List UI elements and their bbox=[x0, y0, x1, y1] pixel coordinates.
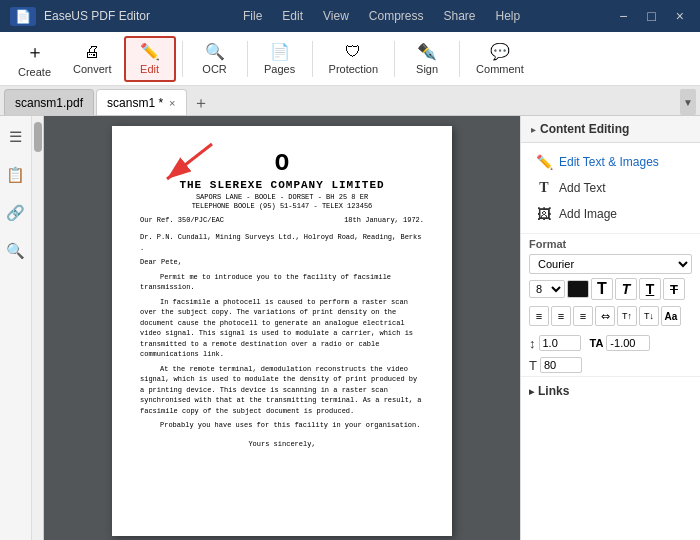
pdf-company-name: THE SLEREXE COMPANY LIMITED bbox=[140, 179, 424, 191]
font-size-row: T bbox=[521, 354, 700, 376]
protection-icon: 🛡 bbox=[345, 43, 361, 61]
close-button[interactable]: × bbox=[670, 6, 690, 26]
menu-help[interactable]: Help bbox=[496, 9, 521, 23]
app-title: EaseUS PDF Editor bbox=[44, 9, 150, 23]
menu-edit[interactable]: Edit bbox=[282, 9, 303, 23]
minimize-button[interactable]: − bbox=[613, 6, 633, 26]
pages-icon: 📄 bbox=[270, 42, 290, 61]
tab-close-button[interactable]: × bbox=[169, 97, 175, 109]
align-right-button[interactable]: ≡ bbox=[573, 306, 593, 326]
maximize-button[interactable]: □ bbox=[641, 6, 661, 26]
separator-1 bbox=[182, 41, 183, 77]
comment-icon: 💬 bbox=[490, 42, 510, 61]
title-bar: 📄 EaseUS PDF Editor File Edit View Compr… bbox=[0, 0, 700, 32]
links-label: Links bbox=[538, 384, 569, 398]
font-size-input[interactable] bbox=[540, 357, 582, 373]
font-size-select[interactable]: 8 bbox=[529, 280, 565, 298]
logo-icon: 📄 bbox=[15, 9, 31, 24]
sidebar-search-icon[interactable]: 🔍 bbox=[3, 238, 29, 264]
links-chevron-icon: ▸ bbox=[529, 386, 534, 397]
pdf-ref-line: Our Ref. 350/PJC/EAC 18th January, 1972. bbox=[140, 216, 424, 224]
sign-button[interactable]: ✒️ Sign bbox=[401, 36, 453, 82]
left-sidebar: ☰ 📋 🔗 🔍 bbox=[0, 116, 32, 540]
edit-label: Edit bbox=[140, 63, 159, 75]
align-justify-button[interactable]: ⇔ bbox=[595, 306, 615, 326]
font-color-swatch[interactable] bbox=[567, 280, 589, 298]
italic-button[interactable]: T bbox=[615, 278, 637, 300]
scroll-thumb bbox=[34, 122, 42, 152]
ocr-label: OCR bbox=[202, 63, 226, 75]
pdf-para4: Probably you have uses for this facility… bbox=[140, 420, 424, 431]
menu-view[interactable]: View bbox=[323, 9, 349, 23]
menu-file[interactable]: File bbox=[243, 9, 262, 23]
right-panel-header: ▸ Content Editing bbox=[521, 116, 700, 143]
pdf-address: SAPORS LANE - BOOLE - DORSET - BH 25 8 E… bbox=[140, 193, 424, 201]
pdf-closing: Yours sincerely, bbox=[140, 439, 424, 450]
format-label: Format bbox=[521, 234, 700, 252]
convert-icon: 🖨 bbox=[84, 43, 100, 61]
protection-button[interactable]: 🛡 Protection bbox=[319, 36, 389, 82]
convert-button[interactable]: 🖨 Convert bbox=[63, 36, 122, 82]
pages-button[interactable]: 📄 Pages bbox=[254, 36, 306, 82]
panel-items-section: ✏️ Edit Text & Images T Add Text 🖼 Add I… bbox=[521, 143, 700, 233]
add-image-item[interactable]: 🖼 Add Image bbox=[529, 201, 692, 227]
add-text-icon: T bbox=[535, 180, 553, 196]
line-spacing-input[interactable] bbox=[539, 335, 581, 351]
tab-bar: scansm1.pdf scansm1 * × ＋ ▼ bbox=[0, 86, 700, 116]
pdf-letter-o: O bbox=[140, 150, 424, 177]
pdf-para3: At the remote terminal, demodulation rec… bbox=[140, 364, 424, 417]
sidebar-link-icon[interactable]: 🔗 bbox=[3, 200, 29, 226]
underline-button[interactable]: T bbox=[639, 278, 661, 300]
window-controls: − □ × bbox=[613, 6, 690, 26]
pdf-ref-right: 18th January, 1972. bbox=[344, 216, 424, 224]
font-name-select[interactable]: Courier bbox=[529, 254, 692, 274]
add-text-label: Add Text bbox=[559, 181, 605, 195]
sign-icon: ✒️ bbox=[417, 42, 437, 61]
add-image-icon: 🖼 bbox=[535, 206, 553, 222]
caps-button[interactable]: Aa bbox=[661, 306, 681, 326]
add-image-label: Add Image bbox=[559, 207, 617, 221]
align-left-button[interactable]: ≡ bbox=[529, 306, 549, 326]
superscript-button[interactable]: T↑ bbox=[617, 306, 637, 326]
edit-button[interactable]: ✏️ Edit bbox=[124, 36, 176, 82]
ocr-button[interactable]: 🔍 OCR bbox=[189, 36, 241, 82]
align-row: ≡ ≡ ≡ ⇔ T↑ T↓ Aa bbox=[521, 304, 700, 328]
sidebar-thumbnail-icon[interactable]: ☰ bbox=[3, 124, 29, 150]
menu-share[interactable]: Share bbox=[444, 9, 476, 23]
bold-button[interactable]: T bbox=[591, 278, 613, 300]
pdf-para2: In facsimile a photocell is caused to pe… bbox=[140, 297, 424, 360]
title-bar-left: 📄 EaseUS PDF Editor bbox=[10, 7, 150, 26]
menu-compress[interactable]: Compress bbox=[369, 9, 424, 23]
menu-bar: File Edit View Compress Share Help bbox=[243, 9, 520, 23]
right-panel: ▸ Content Editing ✏️ Edit Text & Images … bbox=[520, 116, 700, 540]
links-header[interactable]: ▸ Links bbox=[529, 381, 692, 401]
pdf-area: O THE SLEREXE COMPANY LIMITED SAPORS LAN… bbox=[44, 116, 520, 540]
align-center-button[interactable]: ≡ bbox=[551, 306, 571, 326]
tab-scroll-button[interactable]: ▼ bbox=[680, 89, 696, 115]
line-spacing-icon: ↕ bbox=[529, 336, 536, 351]
create-button[interactable]: ＋ Create bbox=[8, 36, 61, 82]
pdf-body: Dr. P.N. Cundall, Mining Surveys Ltd., H… bbox=[140, 232, 424, 449]
edit-text-images-icon: ✏️ bbox=[535, 154, 553, 170]
sidebar-bookmark-icon[interactable]: 📋 bbox=[3, 162, 29, 188]
tab-scansm1[interactable]: scansm1.pdf bbox=[4, 89, 94, 115]
pdf-dear: Dear Pete, bbox=[140, 257, 424, 268]
separator-5 bbox=[459, 41, 460, 77]
tab-label-1: scansm1.pdf bbox=[15, 96, 83, 110]
tab-scroll-icon: ▼ bbox=[683, 97, 693, 108]
comment-button[interactable]: 💬 Comment bbox=[466, 36, 534, 82]
font-style-row: 8 T T T T bbox=[521, 276, 700, 302]
ta-input[interactable] bbox=[606, 335, 650, 351]
separator-4 bbox=[394, 41, 395, 77]
vertical-scrollbar[interactable] bbox=[32, 116, 44, 540]
separator-2 bbox=[247, 41, 248, 77]
edit-text-images-item[interactable]: ✏️ Edit Text & Images bbox=[529, 149, 692, 175]
strikethrough-button[interactable]: T bbox=[663, 278, 685, 300]
tab-scansm1-active[interactable]: scansm1 * × bbox=[96, 89, 186, 115]
format-section: Format Courier 8 T T T T ≡ ≡ ≡ ⇔ bbox=[521, 233, 700, 376]
subscript-button[interactable]: T↓ bbox=[639, 306, 659, 326]
add-tab-button[interactable]: ＋ bbox=[189, 91, 213, 115]
add-text-item[interactable]: T Add Text bbox=[529, 175, 692, 201]
panel-collapse-icon[interactable]: ▸ bbox=[531, 124, 536, 135]
ta-label: TA bbox=[590, 337, 604, 349]
